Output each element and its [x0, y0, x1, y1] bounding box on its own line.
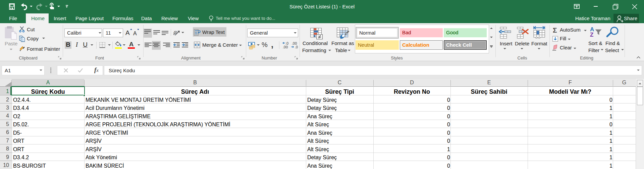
svg-text:.00: .00	[283, 45, 288, 49]
svg-text:.0: .0	[295, 45, 298, 49]
